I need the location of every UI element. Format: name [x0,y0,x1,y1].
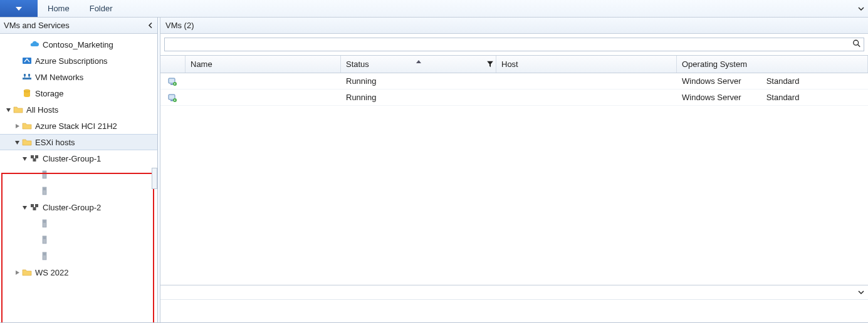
column-status[interactable]: Status [341,56,496,73]
svg-rect-9 [35,155,38,158]
ribbon-expand-button[interactable] [858,0,864,17]
host-icon [39,218,50,229]
search-icon[interactable] [852,39,861,50]
vm-icon [167,76,178,87]
column-name[interactable]: Name [186,56,341,73]
tree-twisty-icon [20,40,29,49]
nav-header: VMs and Services [0,18,157,34]
vm-icon [167,92,178,103]
details-pane [160,285,868,322]
svg-rect-19 [33,207,36,210]
svg-rect-18 [35,204,38,207]
vm-table: Name Status Host Operating System Runnin… [160,56,868,285]
svg-rect-32 [170,84,173,85]
cell-status: Running [341,93,496,102]
tree-item[interactable] [0,248,157,264]
svg-rect-36 [170,100,173,101]
tree-twisty-icon[interactable] [13,268,21,277]
tree-item-label: WS 2022 [35,268,68,277]
tree-twisty-icon [13,89,21,98]
row-icon-cell [160,76,186,87]
tree-item[interactable] [0,232,157,248]
network-icon [21,71,33,83]
content-header: VMs (2) [160,18,868,34]
nav-sidebar: VMs and Services Contoso_MarketingAzure … [0,18,158,322]
tree-twisty-icon [13,73,21,81]
tree-item[interactable]: WS 2022 [0,264,157,280]
tree-twisty-icon[interactable] [20,203,29,212]
row-icon-cell [160,92,186,103]
ribbon-tab-home[interactable]: Home [38,0,80,17]
tree-item[interactable]: Storage [0,85,157,101]
tree-item[interactable] [0,183,157,199]
tree-twisty-icon[interactable] [20,154,29,163]
file-tab[interactable] [0,0,38,17]
table-body: RunningWindows ServerStandardRunningWind… [160,73,868,285]
search-box[interactable] [164,38,864,51]
nav-tree: Contoso_MarketingAzure SubscriptionsVM N… [0,34,157,322]
svg-rect-1 [23,78,31,79]
column-host[interactable]: Host [496,56,677,73]
search-input[interactable] [165,38,864,51]
table-row[interactable]: RunningWindows ServerStandard [160,73,868,90]
tree-twisty-icon[interactable] [4,105,13,114]
cell-os-extra: Standard [766,76,800,86]
tree-item[interactable]: Cluster-Group-2 [0,199,157,215]
ribbon-tab-folder[interactable]: Folder [80,0,123,17]
tree-item[interactable]: Cluster-Group-1 [0,150,157,167]
tree-twisty-icon [13,56,21,65]
tree-item-label: Contoso_Marketing [43,40,113,49]
cell-os: Windows ServerStandard [677,76,868,86]
chevron-down-icon [858,6,864,12]
svg-rect-2 [24,74,26,76]
column-os[interactable]: Operating System [677,56,868,73]
details-divider [160,299,868,300]
nav-scroll-grip[interactable] [152,168,157,189]
column-name-label: Name [191,59,212,69]
tree-item[interactable]: ESXi hosts [0,134,157,150]
column-os-label: Operating System [682,59,747,69]
svg-rect-3 [28,74,30,76]
chevron-left-icon [147,22,154,28]
tree-twisty-icon[interactable] [13,121,21,130]
tree-twisty-icon[interactable] [13,138,21,146]
nav-collapse-button[interactable] [147,21,154,30]
cluster-icon [29,153,40,164]
folder-icon [21,267,33,278]
tree-item-label: VM Networks [35,73,83,82]
tree-item-label: Cluster-Group-1 [43,154,101,163]
filter-icon[interactable] [487,59,493,69]
content-title: VMs (2) [165,21,194,30]
folder-icon [21,136,33,148]
column-host-label: Host [501,59,518,69]
column-icon[interactable] [160,56,186,73]
host-icon [39,250,50,262]
tree-item[interactable]: Azure Stack HCI 21H2 [0,118,157,134]
tree-item[interactable]: Contoso_Marketing [0,36,157,53]
cloud-icon [29,39,40,50]
search-row [160,34,868,56]
details-expand-button[interactable] [858,288,864,297]
tree-item[interactable]: All Hosts [0,101,157,118]
tree-item-label: Azure Subscriptions [35,56,108,66]
host-icon [39,234,50,245]
svg-rect-17 [31,204,34,207]
host-icon [39,169,50,180]
cell-os: Windows ServerStandard [677,93,868,102]
svg-rect-8 [31,155,34,158]
tree-item[interactable]: Azure Subscriptions [0,53,157,69]
tree-item[interactable] [0,167,157,183]
table-header: Name Status Host Operating System [160,56,868,73]
tree-item[interactable] [0,215,157,232]
sort-asc-icon [416,56,421,65]
column-status-label: Status [346,59,369,69]
ribbon: Home Folder [0,0,868,18]
tree-twisty-icon [30,235,39,244]
nav-title: VMs and Services [4,21,70,30]
cell-os-extra: Standard [766,93,800,102]
cell-os-value: Windows Server [682,93,741,102]
dropdown-icon [16,7,22,11]
table-row[interactable]: RunningWindows ServerStandard [160,90,868,106]
tree-item[interactable]: VM Networks [0,69,157,85]
folder-icon [21,120,33,131]
